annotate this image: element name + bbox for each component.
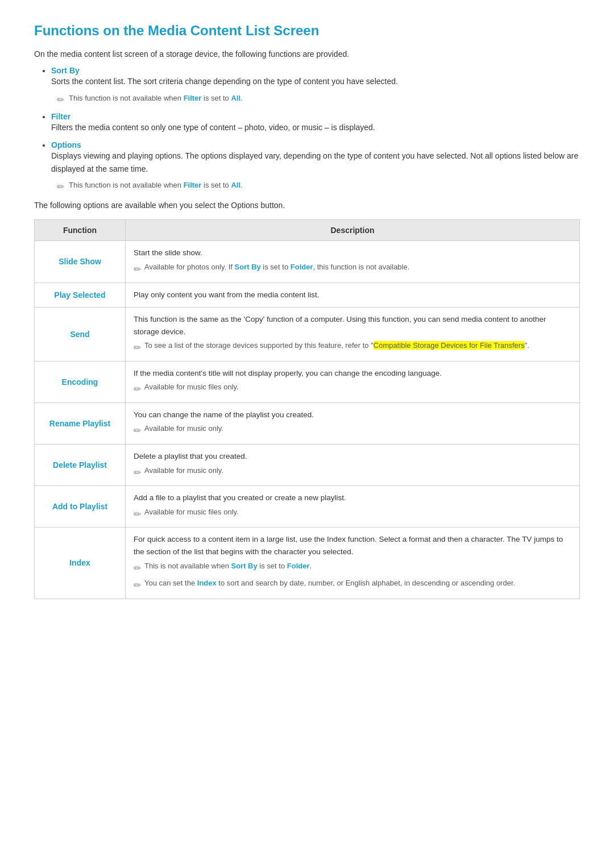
table-row: Delete Playlist Delete a playlist that y… xyxy=(35,445,580,486)
desc-add-to-playlist: Add a file to a playlist that you create… xyxy=(126,486,580,528)
desc-main-text: If the media content's title will not di… xyxy=(134,369,442,377)
desc-note-2: ✏ You can set the Index to sort and sear… xyxy=(134,578,571,593)
desc-note-text: Available for music files only. xyxy=(144,381,239,393)
sort-by-label: Sort By xyxy=(51,66,80,75)
desc-note1-text: This is not available when Sort By is se… xyxy=(144,560,312,572)
note-icon: ✏ xyxy=(134,561,141,576)
col-description: Description xyxy=(126,220,580,241)
note-icon-2: ✏ xyxy=(57,181,64,192)
desc-note-text: Available for music only. xyxy=(144,423,223,435)
desc-note-text: Available for music only. xyxy=(144,465,223,477)
sort-by-note: ✏ This function is not available when Fi… xyxy=(57,94,580,105)
sort-by-note-text: This function is not available when Filt… xyxy=(69,94,243,102)
desc-index: For quick access to a content item in a … xyxy=(126,528,580,599)
func-encoding: Encoding xyxy=(35,361,126,402)
desc-note-text: Available for photos only. If Sort By is… xyxy=(144,261,409,273)
desc-send: This function is the same as the 'Copy' … xyxy=(126,307,580,361)
desc-slide-show: Start the slide show. ✏ Available for ph… xyxy=(126,241,580,283)
table-row: Encoding If the media content's title wi… xyxy=(35,361,580,402)
desc-note-text: To see a list of the storage devices sup… xyxy=(144,340,529,352)
desc-main-text: This function is the same as the 'Copy' … xyxy=(134,315,546,336)
sort-by-desc: Sorts the content list. The sort criteri… xyxy=(51,75,580,88)
desc-play-selected: Play only content you want from the medi… xyxy=(126,283,580,307)
desc-note: ✏ Available for music files only. xyxy=(134,381,571,397)
table-row: Send This function is the same as the 'C… xyxy=(35,307,580,361)
note-icon: ✏ xyxy=(134,507,141,522)
desc-rename-playlist: You can change the name of the playlist … xyxy=(126,402,580,444)
desc-main-text: Delete a playlist that you created. xyxy=(134,452,247,460)
desc-main-text: Add a file to a playlist that you create… xyxy=(134,493,346,502)
desc-note-1: ✏ This is not available when Sort By is … xyxy=(134,560,571,576)
note-icon: ✏ xyxy=(134,578,141,593)
intro-text: On the media content list screen of a st… xyxy=(34,48,580,60)
options-label: Options xyxy=(51,140,81,149)
functions-table: Function Description Slide Show Start th… xyxy=(34,219,580,599)
desc-note2-text: You can set the Index to sort and search… xyxy=(144,578,515,589)
list-item-filter: Filter Filters the media content so only… xyxy=(51,112,580,134)
desc-main-text: For quick access to a content item in a … xyxy=(134,535,563,556)
page-title: Functions on the Media Content List Scre… xyxy=(34,23,580,39)
func-index: Index xyxy=(35,528,126,599)
desc-note: ✏ Available for music only. xyxy=(134,465,571,480)
options-note: ✏ This function is not available when Fi… xyxy=(57,181,580,192)
note-icon-1: ✏ xyxy=(57,94,64,105)
filter-label: Filter xyxy=(51,112,70,121)
desc-main-text: Play only content you want from the medi… xyxy=(134,290,319,299)
options-desc: Displays viewing and playing options. Th… xyxy=(51,149,580,175)
desc-main-text: You can change the name of the playlist … xyxy=(134,410,314,419)
desc-encoding: If the media content's title will not di… xyxy=(126,361,580,402)
note-icon: ✏ xyxy=(134,466,141,480)
table-row: Index For quick access to a content item… xyxy=(35,528,580,599)
note-icon: ✏ xyxy=(134,340,141,355)
func-delete-playlist: Delete Playlist xyxy=(35,445,126,486)
table-row: Add to Playlist Add a file to a playlist… xyxy=(35,486,580,528)
desc-delete-playlist: Delete a playlist that you created. ✏ Av… xyxy=(126,445,580,486)
func-slide-show: Slide Show xyxy=(35,241,126,283)
bullet-list: Sort By Sorts the content list. The sort… xyxy=(51,66,580,192)
col-function: Function xyxy=(35,220,126,241)
desc-note-text: Available for music files only. xyxy=(144,506,239,518)
note-icon: ✏ xyxy=(134,382,141,397)
table-row: Slide Show Start the slide show. ✏ Avail… xyxy=(35,241,580,283)
list-item-sort-by: Sort By Sorts the content list. The sort… xyxy=(51,66,580,105)
note-icon: ✏ xyxy=(134,262,141,277)
func-add-to-playlist: Add to Playlist xyxy=(35,486,126,528)
table-intro-text: The following options are available when… xyxy=(34,199,580,211)
func-rename-playlist: Rename Playlist xyxy=(35,402,126,444)
desc-note: ✏ Available for photos only. If Sort By … xyxy=(134,261,571,277)
list-item-options: Options Displays viewing and playing opt… xyxy=(51,140,580,192)
func-send: Send xyxy=(35,307,126,361)
filter-desc: Filters the media content so only one ty… xyxy=(51,121,580,134)
note-icon: ✏ xyxy=(134,423,141,438)
desc-note: ✏ Available for music only. xyxy=(134,423,571,438)
table-row: Play Selected Play only content you want… xyxy=(35,283,580,307)
table-header-row: Function Description xyxy=(35,220,580,241)
desc-main-text: Start the slide show. xyxy=(134,248,202,257)
table-row: Rename Playlist You can change the name … xyxy=(35,402,580,444)
desc-note: ✏ To see a list of the storage devices s… xyxy=(134,340,571,355)
func-play-selected: Play Selected xyxy=(35,283,126,307)
options-note-text: This function is not available when Filt… xyxy=(69,181,243,189)
desc-note: ✏ Available for music files only. xyxy=(134,506,571,522)
